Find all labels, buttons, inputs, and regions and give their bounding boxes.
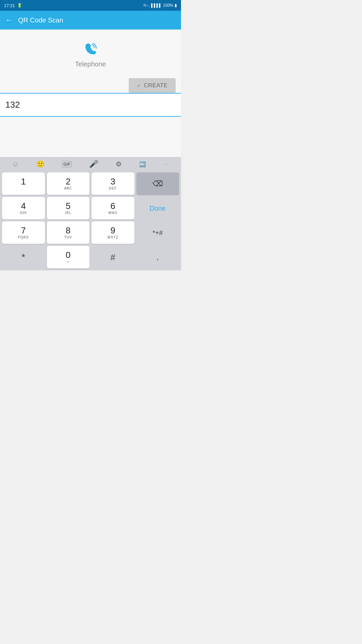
key-7[interactable]: 7 PQRS bbox=[2, 221, 45, 244]
battery-icon: 🔋 bbox=[17, 3, 22, 8]
check-icon: ✓ bbox=[137, 83, 141, 89]
signal-icon: R↑↓ bbox=[143, 3, 150, 7]
key-0[interactable]: 0 + bbox=[47, 246, 90, 268]
type-icon-area: Telephone bbox=[75, 38, 106, 68]
status-time: 17:21 bbox=[4, 3, 15, 8]
status-bar: 17:21 🔋 R↑↓ ▌▌▌▌ 100% ▮ bbox=[0, 0, 181, 11]
key-3[interactable]: 3 DEF bbox=[92, 172, 134, 195]
main-content: Telephone ✓ CREATE bbox=[0, 30, 181, 157]
key-hash[interactable]: # bbox=[92, 246, 134, 268]
battery-full-icon: ▮ bbox=[175, 3, 177, 8]
app-bar: ← QR Code Scan bbox=[0, 11, 181, 30]
key-1[interactable]: 1 bbox=[2, 172, 45, 195]
type-label: Telephone bbox=[75, 60, 106, 68]
key-6[interactable]: 6 MNO bbox=[92, 197, 134, 219]
gear-icon[interactable]: ⚙ bbox=[116, 160, 122, 168]
gif-icon[interactable]: GIF bbox=[62, 161, 72, 167]
more-icon[interactable]: ··· bbox=[163, 161, 169, 167]
key-5[interactable]: 5 JKL bbox=[47, 197, 90, 219]
key-star[interactable]: * bbox=[2, 246, 45, 268]
key-grid: 1 2 ABC 3 DEF ⌫ 4 GHI 5 JKL 6 MNO Done bbox=[0, 171, 181, 270]
create-row: ✓ CREATE bbox=[0, 78, 181, 93]
input-row bbox=[0, 93, 181, 117]
key-done[interactable]: Done bbox=[136, 197, 179, 219]
key-symbol[interactable]: *+# bbox=[136, 221, 179, 244]
keyboard: ☺ 🙂 GIF 🎤 ⚙ 🔤 ··· 1 2 ABC 3 DEF ⌫ 4 GHI bbox=[0, 157, 181, 270]
key-comma[interactable]: , bbox=[136, 246, 179, 268]
create-label: CREATE bbox=[144, 82, 168, 89]
key-4[interactable]: 4 GHI bbox=[2, 197, 45, 219]
sticker-icon[interactable]: 🙂 bbox=[36, 160, 45, 168]
create-button[interactable]: ✓ CREATE bbox=[129, 78, 176, 93]
key-backspace[interactable]: ⌫ bbox=[136, 172, 179, 195]
translate-icon[interactable]: 🔤 bbox=[139, 161, 146, 167]
emoji-icon[interactable]: ☺ bbox=[12, 160, 19, 168]
phone-input[interactable] bbox=[0, 93, 181, 117]
battery-percent: 100% bbox=[163, 3, 173, 8]
key-2[interactable]: 2 ABC bbox=[47, 172, 90, 195]
back-button[interactable]: ← bbox=[5, 16, 13, 24]
signal-bars: ▌▌▌▌ bbox=[151, 3, 162, 7]
keyboard-toolbar: ☺ 🙂 GIF 🎤 ⚙ 🔤 ··· bbox=[0, 157, 181, 171]
telephone-icon bbox=[82, 41, 99, 58]
mic-icon[interactable]: 🎤 bbox=[89, 160, 98, 168]
key-9[interactable]: 9 WXYZ bbox=[92, 221, 134, 244]
key-8[interactable]: 8 TUV bbox=[47, 221, 90, 244]
app-bar-title: QR Code Scan bbox=[18, 16, 63, 24]
